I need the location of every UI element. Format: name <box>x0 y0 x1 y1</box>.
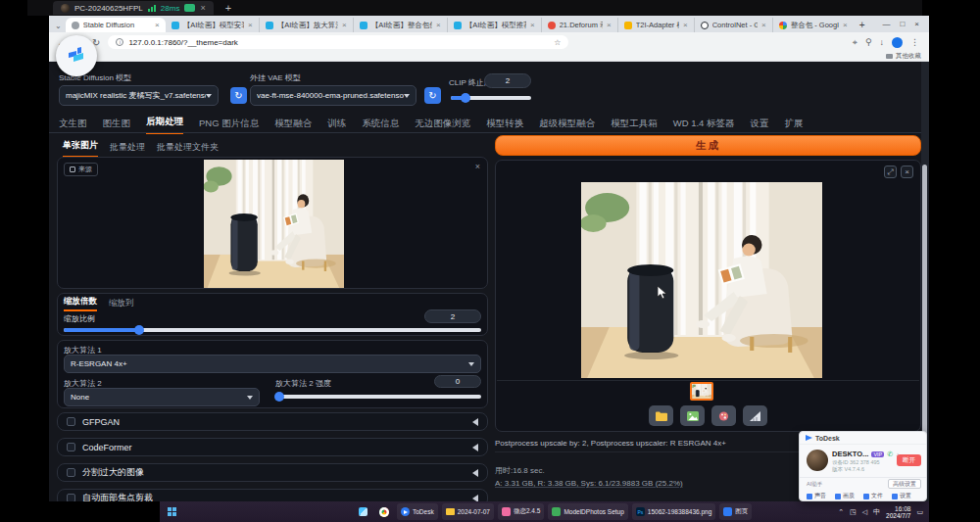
subtab-batch[interactable]: 批量处理 <box>110 141 145 158</box>
start-button[interactable] <box>168 507 176 516</box>
menu-kebab-icon[interactable]: ⋮ <box>910 37 919 47</box>
tab-close-icon[interactable]: × <box>607 21 612 29</box>
browser-tab[interactable]: 【AI绘画】放大算法对比 - 哔哩哔哩 × <box>260 18 354 32</box>
tab-close-icon[interactable]: × <box>530 21 535 29</box>
gfpgan-checkbox[interactable] <box>67 417 75 426</box>
launcher-logo[interactable] <box>56 35 97 76</box>
model-dropdown[interactable]: majicMIX realistic 麦橘写实_v7.safetensors [… <box>59 85 219 106</box>
new-session-icon[interactable]: + <box>225 2 231 14</box>
action-files[interactable]: 文件 <box>863 492 883 500</box>
network-icon[interactable]: ◳ <box>850 508 857 516</box>
tab-close-icon[interactable]: × <box>843 21 848 29</box>
bookmark-star-icon[interactable]: ☆ <box>554 38 561 47</box>
browser-tab-active[interactable]: Stable Diffusion × <box>66 18 166 32</box>
vae-refresh-button[interactable]: ↻ <box>424 87 441 104</box>
volume-icon[interactable]: ◁ <box>862 508 867 516</box>
split-checkbox[interactable] <box>67 468 75 477</box>
tab-close-icon[interactable]: × <box>342 21 347 29</box>
browser-tab[interactable]: 整合包 - Google 搜索 × <box>773 18 854 32</box>
ime-indicator[interactable]: 中 <box>873 507 880 517</box>
vae-dropdown[interactable]: vae-ft-mse-840000-ema-pruned.safetensors <box>250 85 416 106</box>
other-bookmarks-label[interactable]: 其他收藏 <box>896 52 921 61</box>
accordion-auto-face-crop[interactable]: 自动面部焦点剪裁 <box>57 489 488 501</box>
download-icon[interactable]: ↓ <box>880 37 885 47</box>
assistant-label[interactable]: AI助手 <box>807 481 822 488</box>
fullscreen-icon[interactable]: ⤢ <box>884 166 897 178</box>
action-settings[interactable]: 设置 <box>892 492 911 500</box>
source-image-dropzone[interactable]: 来源 × <box>57 157 488 289</box>
cursor-ext-icon[interactable]: ⌖ <box>853 37 858 48</box>
browser-tab[interactable]: 【AI绘画】模型推荐 - 哔哩哔哩 × <box>448 18 542 32</box>
close-window-icon[interactable]: × <box>914 20 919 28</box>
todesk-session-tab[interactable]: PC-20240625HFPL 28ms × <box>53 1 214 15</box>
close-gallery-icon[interactable]: × <box>901 166 913 178</box>
new-tab-icon[interactable]: + <box>859 20 865 30</box>
subtab-batch-folder[interactable]: 批量处理文件夹 <box>157 141 219 158</box>
browser-tab[interactable]: 【AI绘画】模型安装教程 - 哔哩哔哩 × <box>166 18 260 32</box>
disconnect-button[interactable]: 断开 <box>897 454 921 466</box>
taskbar-chrome[interactable] <box>375 503 393 520</box>
site-info-icon[interactable]: i <box>116 38 123 46</box>
slider-handle[interactable] <box>461 93 470 103</box>
phone-icon[interactable]: ✆ <box>887 451 893 458</box>
resize-value[interactable]: 2 <box>424 309 481 323</box>
address-bar[interactable]: i 127.0.0.1:7860/?__theme=dark ☆ <box>108 35 568 49</box>
profile-avatar[interactable] <box>892 37 903 48</box>
tab-close-icon[interactable]: × <box>683 21 688 29</box>
clear-image-icon[interactable]: × <box>475 162 480 171</box>
upscaler2-dropdown[interactable]: None <box>64 388 260 406</box>
accordion-split-oversize[interactable]: 分割过大的图像 <box>57 463 488 482</box>
tab-search-icon[interactable]: ⌄ <box>55 22 62 30</box>
tab-close-icon[interactable]: × <box>248 21 253 29</box>
tab-close-icon[interactable]: × <box>436 21 441 29</box>
close-session-icon[interactable]: × <box>200 4 205 13</box>
clip-skip-slider[interactable] <box>451 96 531 100</box>
slider-handle[interactable] <box>134 325 144 335</box>
upscaler2-strength-slider[interactable] <box>275 395 481 399</box>
browser-tab[interactable]: 21.Deforum 动画教程 × <box>542 18 618 32</box>
accordion-gfpgan[interactable]: GFPGAN <box>57 412 488 431</box>
accordion-codeformer[interactable]: CodeFormer <box>57 438 488 456</box>
resize-tool-button[interactable] <box>743 405 767 426</box>
browser-tab[interactable]: 【AI绘画】整合包使用教程 - 哔哩哔哩 × <box>354 18 448 32</box>
upscaler2-strength-value[interactable]: 0 <box>434 375 481 388</box>
tab-scale-to[interactable]: 缩放到 <box>109 298 134 311</box>
slider-handle[interactable] <box>274 392 284 402</box>
upscaler1-dropdown[interactable]: R-ESRGAN 4x+ <box>64 355 481 373</box>
todesk-popup-header[interactable]: ToDesk <box>800 432 926 445</box>
tab-scale-by[interactable]: 缩放倍数 <box>64 296 97 311</box>
taskbar-blue-app[interactable]: 图页 <box>719 503 752 520</box>
screen-share-icon[interactable] <box>184 4 195 12</box>
task-view-button[interactable] <box>355 503 371 520</box>
action-sound[interactable]: 声音 <box>807 492 826 500</box>
taskbar-photoshop[interactable]: Ps 15062-198388436.png <box>632 503 715 520</box>
clip-skip-value[interactable]: 2 <box>484 73 531 88</box>
taskbar-pink-app[interactable]: 微恋2.4.5 <box>498 503 544 520</box>
taskbar-clock[interactable]: 16:08 2024/7/7 <box>886 505 910 519</box>
subtab-single-image[interactable]: 单张图片 <box>63 139 98 158</box>
codeformer-checkbox[interactable] <box>67 443 75 451</box>
generate-button[interactable]: 生成 <box>495 135 921 156</box>
source-image[interactable] <box>204 160 344 288</box>
model-refresh-button[interactable]: ↻ <box>230 87 247 104</box>
minimize-icon[interactable]: — <box>882 20 890 28</box>
scrollbar-thumb[interactable] <box>922 165 927 444</box>
maximize-icon[interactable]: □ <box>900 20 905 28</box>
notification-icon[interactable]: ▭ <box>916 508 923 516</box>
taskbar-todesk[interactable]: ToDesk <box>397 503 438 520</box>
save-image-button[interactable] <box>680 405 705 426</box>
send-to-extras-button[interactable] <box>711 405 736 426</box>
extension-icon[interactable]: ⚲ <box>865 37 872 47</box>
advanced-settings-button[interactable]: 高级设置 <box>888 479 921 489</box>
result-image[interactable] <box>581 182 822 378</box>
browser-tab[interactable]: ControlNet - GitHub × <box>695 18 773 32</box>
resize-slider[interactable] <box>64 328 481 332</box>
action-quality[interactable]: 画质 <box>835 492 855 500</box>
taskbar-folder[interactable]: 2024-07-07 <box>442 503 494 520</box>
tab-close-icon[interactable]: × <box>761 21 766 29</box>
tab-close-icon[interactable]: × <box>155 21 160 29</box>
taskbar-setup-app[interactable]: ModelDPhotos Setup <box>548 503 627 520</box>
open-folder-button[interactable] <box>649 405 673 426</box>
tray-expand-icon[interactable]: ⌃ <box>838 508 844 516</box>
browser-tab[interactable]: T2I-Adapter 模型 × <box>618 18 695 32</box>
